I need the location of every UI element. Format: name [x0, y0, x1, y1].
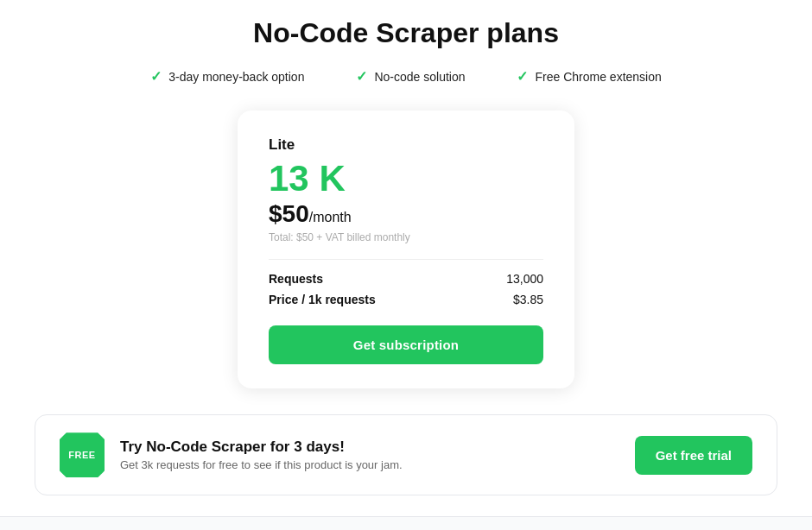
plan-price-period: /month	[309, 210, 352, 225]
page-title: No-Code Scraper plans	[0, 17, 812, 49]
plan-detail-row-price: Price / 1k requests $3.85	[269, 293, 543, 306]
plan-requests: 13 K	[269, 159, 543, 199]
plan-price-amount: $50	[269, 200, 309, 228]
plan-detail-label-requests: Requests	[269, 272, 323, 286]
features-row: ✓ 3-day money-back option ✓ No-code solu…	[0, 68, 812, 85]
plan-card-wrapper: Lite 13 K $50 /month Total: $50 + VAT bi…	[0, 110, 812, 388]
free-trial-subtext: Get 3k requests for free to see if this …	[120, 458, 403, 471]
free-trial-banner: FREE Try No-Code Scraper for 3 days! Get…	[35, 414, 777, 495]
free-badge: FREE	[60, 432, 105, 477]
get-subscription-button[interactable]: Get subscription	[269, 325, 543, 364]
plan-price-row: $50 /month	[269, 200, 543, 228]
check-icon-money-back: ✓	[150, 68, 162, 85]
plan-details: Requests 13,000 Price / 1k requests $3.8…	[269, 272, 543, 306]
check-icon-no-code: ✓	[356, 68, 367, 85]
feature-chrome-ext: ✓ Free Chrome extension	[517, 68, 661, 85]
get-free-trial-button[interactable]: Get free trial	[635, 436, 752, 475]
plan-divider	[269, 259, 543, 260]
plan-card: Lite 13 K $50 /month Total: $50 + VAT bi…	[238, 110, 574, 388]
free-trial-heading: Try No-Code Scraper for 3 days!	[120, 439, 403, 456]
plan-detail-label-price: Price / 1k requests	[269, 293, 376, 306]
plan-total: Total: $50 + VAT billed monthly	[269, 231, 543, 243]
check-icon-chrome-ext: ✓	[517, 68, 528, 85]
feature-label-no-code: No-code solution	[374, 70, 465, 84]
feature-label-money-back: 3-day money-back option	[168, 70, 304, 84]
plan-detail-value-price: $3.85	[513, 293, 543, 306]
free-trial-left: FREE Try No-Code Scraper for 3 days! Get…	[60, 432, 403, 477]
free-trial-text: Try No-Code Scraper for 3 days! Get 3k r…	[120, 439, 403, 471]
plan-detail-value-requests: 13,000	[506, 272, 543, 286]
feature-label-chrome-ext: Free Chrome extension	[535, 70, 661, 84]
page-wrapper: No-Code Scraper plans ✓ 3-day money-back…	[0, 0, 812, 530]
feature-no-code: ✓ No-code solution	[356, 68, 465, 85]
plan-detail-row-requests: Requests 13,000	[269, 272, 543, 286]
feature-money-back: ✓ 3-day money-back option	[150, 68, 304, 85]
plan-name: Lite	[269, 136, 543, 154]
bottom-bar: SSL Secure Payment Your information is p…	[0, 516, 812, 530]
